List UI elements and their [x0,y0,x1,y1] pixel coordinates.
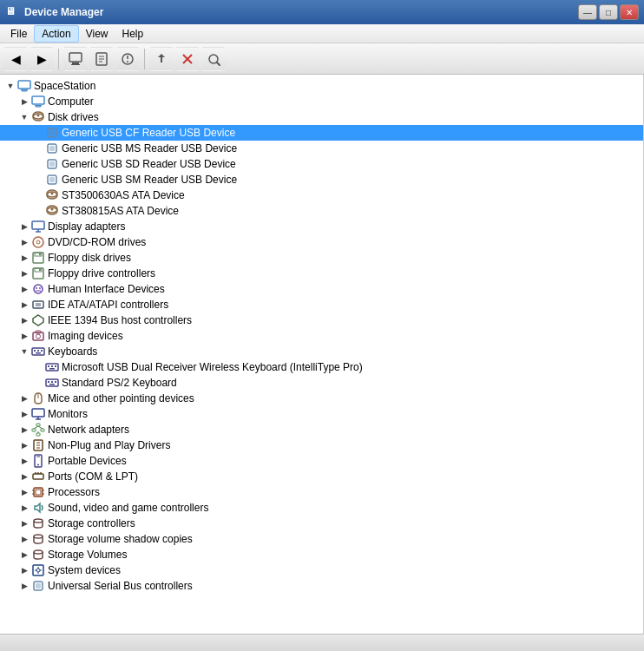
tree-item-st380815as[interactable]: ST380815AS ATA Device [0,203,643,219]
expand-icon-computer[interactable]: ▶ [17,95,31,108]
device-label-network: Network adapters [48,424,129,436]
tree-item-storage-shadow[interactable]: ▶Storage volume shadow copies [0,531,643,547]
menu-file[interactable]: File [3,26,34,42]
tree-item-usb-sd[interactable]: Generic USB SD Reader USB Device [0,156,643,172]
tree-item-ports[interactable]: ▶Ports (COM & LPT) [0,469,643,484]
menu-help[interactable]: Help [115,26,151,42]
title-bar-left: 🖥 Device Manager [5,5,103,19]
minimize-button[interactable]: — [578,4,597,20]
scan-button[interactable] [201,47,226,71]
expand-icon-network[interactable]: ▶ [17,423,31,437]
computer-button[interactable] [63,47,88,71]
tree-item-network[interactable]: ▶Network adapters [0,422,643,437]
svg-rect-68 [48,381,49,383]
device-label-ms-keyboard: Microsoft USB Dual Receiver Wireless Key… [62,361,363,373]
tree-item-system-devices[interactable]: ▶System devices [0,562,643,578]
svg-rect-25 [49,146,55,151]
tree-item-usb-cf[interactable]: Generic USB CF Reader USB Device [0,125,643,141]
tree-item-ms-keyboard[interactable]: Microsoft USB Dual Receiver Wireless Key… [0,359,643,375]
expand-icon-storage-ctrl[interactable]: ▶ [17,516,31,530]
expand-icon-display-adapters[interactable]: ▶ [17,220,31,233]
svg-rect-0 [69,53,82,62]
device-label-usb-ms: Generic USB MS Reader USB Device [62,142,237,155]
device-icon-ieee1394 [31,313,45,327]
back-button[interactable]: ◀ [3,47,28,71]
expand-icon-disk-drives[interactable]: ▼ [17,110,31,124]
expand-icon-ieee1394[interactable]: ▶ [17,313,31,327]
expand-icon-floppy-disk[interactable]: ▶ [17,251,31,265]
expand-icon-processors[interactable]: ▶ [17,485,31,499]
update-driver-button[interactable] [149,47,174,71]
device-label-storage-shadow: Storage volume shadow copies [48,533,193,545]
expand-icon-storage-shadow[interactable]: ▶ [17,532,31,546]
device-label-floppy-disk: Floppy disk drives [48,252,131,264]
expand-icon-hid[interactable]: ▶ [17,282,31,296]
tree-item-dvd-cdrom[interactable]: ▶DVD/CD-ROM drives [0,234,643,250]
svg-point-101 [34,535,43,538]
expand-icon-floppy-ctrl[interactable]: ▶ [17,266,31,280]
expand-icon-usb-controllers[interactable]: ▶ [17,579,31,593]
svg-rect-14 [21,89,28,91]
tree-item-sound[interactable]: ▶Sound, video and game controllers [0,500,643,516]
svg-rect-29 [49,177,55,182]
device-label-st3500630as: ST3500630AS ATA Device [62,189,185,201]
expand-icon-imaging[interactable]: ▶ [17,329,31,343]
expand-icon-spacestation[interactable]: ▼ [3,79,17,93]
svg-point-102 [34,550,43,554]
tree-item-portable[interactable]: ▶Portable Devices [0,453,643,469]
resources-button[interactable] [115,47,140,71]
expand-icon-monitors[interactable]: ▶ [17,407,31,421]
expand-icon-ide-atapi[interactable]: ▶ [17,298,31,312]
svg-rect-110 [36,583,41,589]
expand-icon-system-devices[interactable]: ▶ [17,563,31,577]
close-button[interactable]: ✕ [620,4,639,20]
tree-item-ieee1394[interactable]: ▶IEEE 1394 Bus host controllers [0,312,643,328]
tree-item-spacestation[interactable]: ▼SpaceStation [0,78,643,94]
svg-line-81 [38,426,43,429]
menu-bar: File Action View Help [0,24,644,43]
tree-item-floppy-disk[interactable]: ▶Floppy disk drives [0,250,643,266]
tree-item-usb-ms[interactable]: Generic USB MS Reader USB Device [0,141,643,156]
expand-icon-usb-ms [31,141,45,155]
device-label-usb-sm: Generic USB SM Reader USB Device [62,174,237,186]
tree-item-usb-controllers[interactable]: ▶Universal Serial Bus controllers [0,578,643,594]
tree-item-hid[interactable]: ▶Human Interface Devices [0,281,643,297]
tree-item-st3500630as[interactable]: ST3500630AS ATA Device [0,187,643,203]
toolbar: ◀ ▶ [0,43,644,75]
tree-item-monitors[interactable]: ▶Monitors [0,406,643,422]
device-icon-nonplug [31,438,45,452]
menu-action[interactable]: Action [34,25,78,43]
tree-item-mice[interactable]: ▶Mice and other pointing devices [0,391,643,406]
expand-icon-mice[interactable]: ▶ [17,391,31,405]
tree-item-storage-vol[interactable]: ▶Storage Volumes [0,547,643,562]
expand-icon-sound[interactable]: ▶ [17,501,31,515]
tree-item-display-adapters[interactable]: ▶Display adapters [0,219,643,234]
svg-rect-69 [51,381,53,383]
device-tree[interactable]: ▼SpaceStation▶Computer▼Disk drivesGeneri… [0,75,644,634]
tree-item-imaging[interactable]: ▶Imaging devices [0,328,643,344]
expand-icon-portable[interactable]: ▶ [17,454,31,468]
device-label-sound: Sound, video and game controllers [48,502,208,514]
tree-item-processors[interactable]: ▶Processors [0,484,643,500]
expand-icon-ports[interactable]: ▶ [17,470,31,483]
expand-icon-dvd-cdrom[interactable]: ▶ [17,235,31,249]
menu-view[interactable]: View [79,26,115,42]
tree-item-ps2-keyboard[interactable]: Standard PS/2 Keyboard [0,375,643,391]
tree-item-nonplug[interactable]: ▶Non-Plug and Play Drivers [0,437,643,453]
tree-item-usb-sm[interactable]: Generic USB SM Reader USB Device [0,172,643,187]
forward-button[interactable]: ▶ [30,47,54,71]
tree-item-disk-drives[interactable]: ▼Disk drives [0,109,643,125]
tree-item-keyboards[interactable]: ▼Keyboards [0,344,643,359]
tree-item-floppy-ctrl[interactable]: ▶Floppy drive controllers [0,266,643,281]
tree-item-ide-atapi[interactable]: ▶IDE ATA/ATAPI controllers [0,297,643,312]
properties-button[interactable] [89,47,114,71]
tree-item-storage-ctrl[interactable]: ▶Storage controllers [0,516,643,531]
expand-icon-nonplug[interactable]: ▶ [17,438,31,452]
expand-icon-keyboards[interactable]: ▼ [17,345,31,358]
expand-icon-storage-vol[interactable]: ▶ [17,548,31,562]
tree-item-computer[interactable]: ▶Computer [0,94,643,109]
uninstall-button[interactable] [175,47,200,71]
device-label-computer: Computer [48,95,94,108]
maximize-button[interactable]: □ [599,4,618,20]
device-icon-usb-cf [45,126,59,140]
